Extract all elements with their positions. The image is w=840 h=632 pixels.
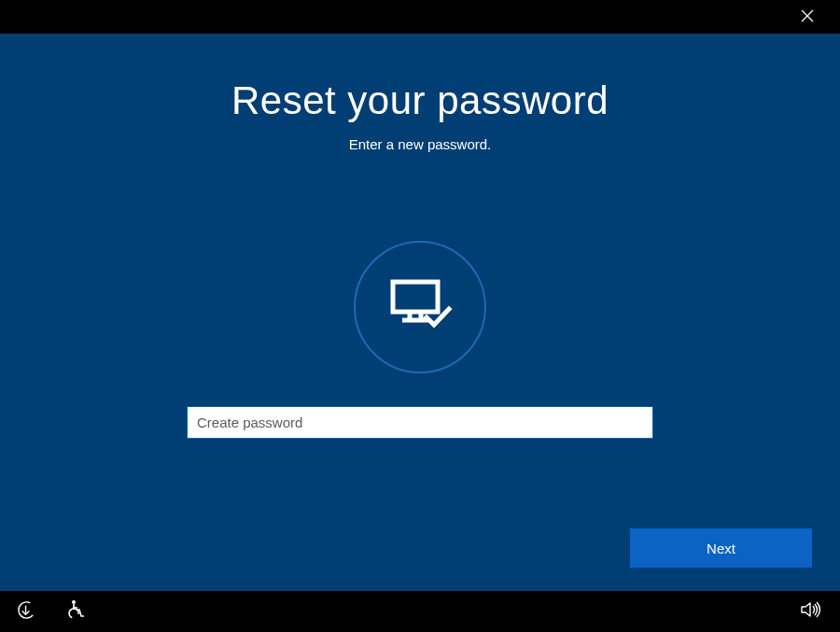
next-button-label: Next bbox=[707, 541, 735, 556]
monitor-check-icon bbox=[387, 278, 453, 336]
volume-icon bbox=[801, 600, 823, 623]
title-bar bbox=[0, 0, 840, 34]
close-button[interactable] bbox=[793, 3, 821, 31]
svg-rect-2 bbox=[393, 282, 438, 312]
page-title: Reset your password bbox=[231, 78, 609, 123]
accessibility-icon bbox=[66, 599, 85, 624]
close-icon bbox=[801, 7, 814, 27]
system-bar bbox=[0, 591, 840, 632]
password-input[interactable] bbox=[187, 406, 653, 439]
volume-button[interactable] bbox=[801, 600, 823, 623]
ease-of-access-icon bbox=[17, 600, 36, 624]
svg-point-8 bbox=[72, 600, 76, 604]
system-bar-left bbox=[17, 599, 85, 624]
accessibility-button[interactable] bbox=[66, 599, 85, 624]
page-subtitle: Enter a new password. bbox=[349, 136, 492, 152]
main-panel: Reset your password Enter a new password… bbox=[0, 34, 840, 591]
ease-of-access-button[interactable] bbox=[17, 600, 36, 624]
svg-point-6 bbox=[17, 600, 36, 620]
hero-icon-circle bbox=[354, 241, 486, 373]
svg-marker-12 bbox=[802, 603, 810, 616]
next-button[interactable]: Next bbox=[630, 528, 812, 568]
